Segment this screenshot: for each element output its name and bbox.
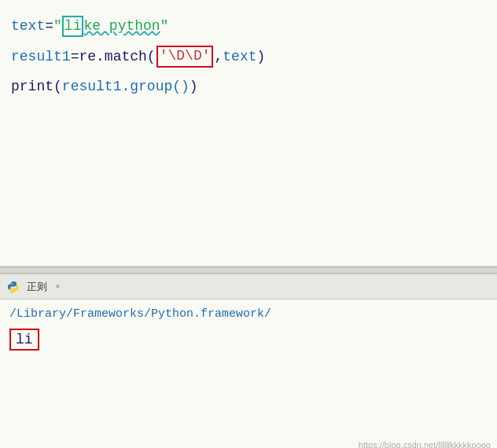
panel-divider bbox=[0, 267, 497, 274]
python-logo-svg bbox=[7, 281, 20, 293]
str-close: " bbox=[160, 14, 169, 39]
func-rematch: re.match bbox=[79, 45, 146, 69]
output-path: /Library/Frameworks/Python.framework/ bbox=[9, 307, 488, 321]
tab-label: 正则 bbox=[27, 280, 47, 294]
watermark: https://blog.csdn.net/llllllkkkkkoooo bbox=[359, 440, 491, 448]
paren-open-2: ( bbox=[147, 45, 156, 69]
code-line-2: result1 = re.match('\D\D',text) bbox=[11, 45, 486, 69]
var-text: text bbox=[11, 14, 45, 39]
paren-close-2: ) bbox=[257, 45, 266, 69]
highlight-pattern: '\D\D' bbox=[156, 46, 214, 67]
op-2: = bbox=[71, 45, 79, 69]
code-editor: text = "like python" result1 = re.match(… bbox=[0, 0, 497, 267]
tab-close-button[interactable]: × bbox=[55, 282, 61, 292]
code-line-3: print(result1.group()) bbox=[11, 75, 486, 99]
code-line-1: text = "like python" bbox=[11, 14, 486, 39]
str-rest: ke python bbox=[83, 14, 160, 39]
tab-bar: 正则 × bbox=[0, 274, 497, 299]
paren-open-3: ( bbox=[53, 75, 62, 99]
highlight-li: li bbox=[62, 16, 84, 37]
arg-group: result1.group() bbox=[62, 75, 190, 99]
bottom-panel: 正则 × /Library/Frameworks/Python.framewor… bbox=[0, 274, 497, 448]
paren-close-3: ) bbox=[190, 75, 198, 99]
str-open: " bbox=[53, 14, 62, 39]
arg-text: text bbox=[223, 45, 256, 69]
var-result1: result1 bbox=[11, 45, 71, 69]
output-result: li bbox=[9, 329, 39, 351]
comma-2: , bbox=[214, 45, 223, 69]
func-print: print bbox=[11, 75, 53, 99]
python-icon bbox=[6, 280, 20, 294]
output-area: /Library/Frameworks/Python.framework/ li… bbox=[0, 299, 497, 448]
op-1: = bbox=[45, 14, 53, 39]
